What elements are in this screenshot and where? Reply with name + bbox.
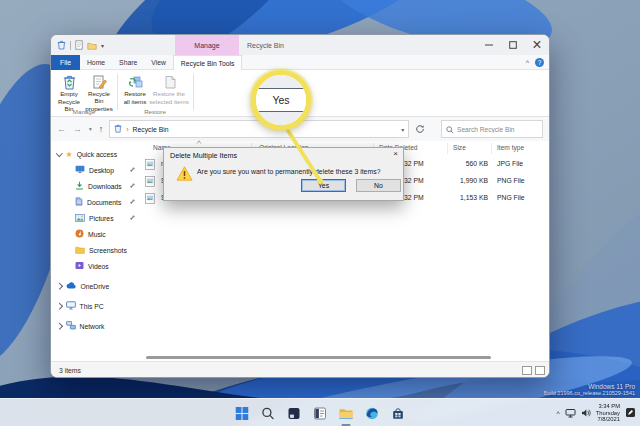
tray-pen-icon[interactable] [625, 404, 636, 422]
navigation-pane: ★ Quick access Desktop Downloads Documen… [51, 141, 141, 361]
yes-highlight-callout: Yes [251, 70, 311, 130]
restore-all-items-icon [121, 73, 149, 90]
warning-icon [176, 166, 193, 185]
tab-home[interactable]: Home [80, 55, 112, 70]
sidebar-item-documents[interactable]: Documents [51, 194, 141, 210]
windows-start-icon[interactable] [234, 405, 251, 422]
back-icon[interactable]: ← [57, 124, 66, 134]
sidebar-item-music[interactable]: Music [51, 226, 141, 242]
minimize-button[interactable] [477, 35, 501, 55]
sort-ascending-icon [196, 140, 202, 144]
taskbar-search-icon[interactable] [260, 405, 277, 422]
chevron-right-icon[interactable] [56, 323, 62, 329]
sidebar-item-pictures[interactable]: Pictures [51, 210, 141, 226]
clock-date: 7/8/2021 [596, 416, 620, 423]
address-dropdown-icon[interactable]: ▾ [401, 126, 404, 133]
empty-recycle-bin-button[interactable]: Empty Recycle Bin [53, 73, 85, 112]
no-button[interactable]: No [356, 179, 401, 192]
tab-file[interactable]: File [51, 55, 80, 70]
qat-folder-icon[interactable] [87, 36, 97, 54]
qat-properties-icon[interactable] [75, 36, 83, 54]
onedrive-cloud-icon [66, 282, 77, 290]
dialog-close-icon[interactable]: × [393, 149, 398, 158]
column-header-item-type[interactable]: Item type [497, 144, 524, 151]
search-input[interactable] [457, 126, 537, 133]
quick-access-star-icon: ★ [66, 150, 73, 159]
maximize-button[interactable] [501, 35, 525, 55]
sidebar-item-quick-access[interactable]: ★ Quick access [51, 146, 141, 162]
restore-selected-items-button[interactable]: Restore the selected items [149, 73, 189, 106]
breadcrumb-separator: › [126, 126, 128, 133]
thumbnails-view-icon[interactable] [535, 366, 545, 375]
chevron-down-icon[interactable] [56, 150, 62, 156]
store-icon[interactable] [390, 405, 407, 422]
sidebar-item-screenshots[interactable]: Screenshots [51, 242, 141, 258]
widgets-icon[interactable] [312, 405, 329, 422]
ribbon-group-label-manage: Manage [53, 108, 115, 115]
title-bar: ▾ Manage Recycle Bin × [51, 35, 549, 55]
help-icon[interactable]: ? [535, 58, 544, 67]
breadcrumb[interactable]: Recycle Bin [133, 126, 169, 133]
ribbon-group-label-restore: Restore [121, 108, 189, 115]
edge-icon[interactable] [364, 405, 381, 422]
windows-build-watermark: Windows 11 Pro Build 21996.co_release.21… [544, 383, 635, 396]
forward-icon[interactable]: → [73, 124, 82, 134]
sidebar-item-this-pc[interactable]: This PC [51, 298, 141, 314]
sidebar-item-network[interactable]: Network [51, 318, 141, 334]
ribbon-group-separator [193, 74, 194, 110]
contextual-tab-header: Manage [175, 35, 239, 55]
chevron-right-icon[interactable] [56, 303, 62, 309]
this-pc-icon [66, 301, 76, 311]
pin-icon [129, 214, 136, 222]
desktop: Windows 11 Pro Build 21996.co_release.21… [0, 0, 640, 426]
tab-share[interactable]: Share [112, 55, 144, 70]
recycle-bin-properties-button[interactable]: Recycle Bin properties [83, 73, 115, 112]
music-icon [75, 229, 84, 239]
refresh-icon[interactable] [415, 124, 425, 134]
chevron-right-icon[interactable] [56, 283, 62, 289]
search-box[interactable] [441, 120, 543, 138]
watermark-build: Build 21996.co_release.210529-1541 [544, 390, 635, 396]
up-icon[interactable]: ↑ [99, 124, 104, 134]
empty-recycle-bin-icon [53, 73, 85, 90]
dialog-title-bar: Delete Multiple Items × [164, 148, 403, 162]
search-icon [446, 120, 454, 138]
tray-network-icon[interactable] [565, 404, 576, 422]
image-file-icon [145, 193, 155, 205]
address-bar[interactable]: › Recycle Bin ▾ [109, 120, 409, 138]
collapse-ribbon-icon[interactable]: ^ [526, 59, 529, 66]
hidden-icons-chevron[interactable]: ^ [557, 410, 560, 417]
dialog-message: Are you sure you want to permanently del… [197, 168, 397, 175]
sidebar-item-downloads[interactable]: Downloads [51, 178, 141, 194]
watermark-edition: Windows 11 Pro [544, 383, 635, 390]
delete-confirmation-dialog: Delete Multiple Items × Are you sure you… [163, 147, 404, 201]
sidebar-item-onedrive[interactable]: OneDrive [51, 278, 141, 294]
file-explorer-icon[interactable] [338, 405, 355, 422]
downloads-icon [75, 181, 84, 191]
ribbon-group-separator [117, 74, 118, 110]
tray-speaker-icon[interactable] [581, 404, 591, 422]
taskbar: ^ 3:34 PM Thursday 7/8/2021 [0, 398, 640, 426]
sidebar-item-desktop[interactable]: Desktop [51, 162, 141, 178]
recent-locations-icon[interactable]: ▾ [89, 126, 92, 132]
image-file-icon [145, 176, 155, 188]
clock[interactable]: 3:34 PM Thursday 7/8/2021 [596, 403, 620, 423]
sidebar-item-videos[interactable]: Videos [51, 258, 141, 274]
yes-button[interactable]: Yes [301, 179, 346, 192]
tab-view[interactable]: View [144, 55, 173, 70]
close-button[interactable]: × [525, 35, 549, 55]
callout-label: Yes [256, 89, 306, 110]
folder-icon [75, 246, 85, 255]
task-view-icon[interactable] [286, 405, 303, 422]
qat-recycle-bin-icon[interactable] [57, 36, 66, 54]
column-header-size[interactable]: Size [453, 144, 466, 151]
documents-icon [75, 197, 83, 207]
restore-selected-items-icon [149, 73, 189, 90]
restore-all-items-button[interactable]: Restore all items [121, 73, 149, 106]
window-title: Recycle Bin [247, 35, 284, 55]
qat-customize-dropdown-icon[interactable]: ▾ [101, 42, 104, 49]
tab-recycle-bin-tools[interactable]: Recycle Bin Tools [173, 55, 243, 70]
item-count: 3 items [59, 367, 81, 374]
horizontal-scrollbar[interactable] [146, 356, 491, 359]
details-view-icon[interactable] [522, 366, 532, 375]
